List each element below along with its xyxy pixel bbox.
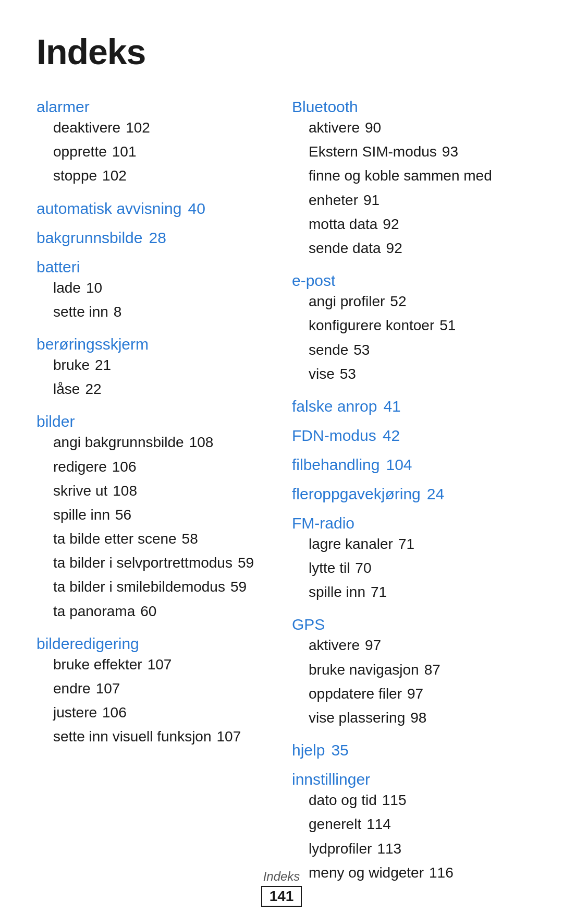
- index-subentry: lade10: [36, 276, 271, 300]
- index-section: hjelp35: [292, 741, 527, 759]
- index-subentry: konfigurere kontoer51: [292, 314, 527, 338]
- index-term[interactable]: e-post: [292, 272, 335, 289]
- index-term[interactable]: batteri: [36, 258, 80, 275]
- index-section: Bluetoothaktivere90Ekstern SIM-modus93fi…: [292, 98, 527, 260]
- index-entry: falske anrop41: [292, 398, 527, 415]
- index-subentry: bruke effekter107: [36, 653, 271, 677]
- subentry-page: 71: [371, 584, 387, 600]
- subentry-page: 106: [102, 704, 127, 721]
- index-entry: e-post: [292, 272, 527, 290]
- index-subentry: sette inn visuell funksjon107: [36, 725, 271, 749]
- subentry-page: 102: [126, 119, 150, 136]
- index-subentry: spille inn56: [36, 503, 271, 527]
- index-subentry: ta panorama60: [36, 599, 271, 623]
- index-term[interactable]: GPS: [292, 616, 325, 633]
- subentry-page: 92: [383, 216, 399, 232]
- index-entry: bakgrunnsbilde28: [36, 229, 271, 247]
- index-subentry: angi profiler52: [292, 290, 527, 314]
- index-section: batterilade10sette inn8: [36, 258, 271, 324]
- index-entry: bilder: [36, 413, 271, 430]
- index-term-page: 35: [331, 741, 348, 759]
- index-subentry: motta data92: [292, 212, 527, 236]
- index-section: alarmerdeaktivere102opprette101stoppe102: [36, 98, 271, 188]
- index-subentry: angi bakgrunnsbilde108: [36, 430, 271, 454]
- index-subentry: skrive ut108: [36, 479, 271, 503]
- index-term[interactable]: FDN-modus: [292, 427, 376, 444]
- index-entry: alarmer: [36, 98, 271, 116]
- index-entry: hjelp35: [292, 741, 527, 759]
- index-term[interactable]: hjelp: [292, 741, 325, 759]
- index-term[interactable]: FM-radio: [292, 514, 354, 532]
- subentry-page: 115: [382, 792, 407, 808]
- subentry-page: 70: [355, 560, 371, 576]
- subentry-page: 87: [424, 662, 440, 678]
- index-subentry: ta bilder i selvportrettmodus59: [36, 551, 271, 575]
- footer-page-number: 141: [261, 886, 302, 907]
- index-term[interactable]: berøringsskjerm: [36, 335, 149, 353]
- index-term-page: 40: [188, 200, 205, 217]
- index-term[interactable]: bilder: [36, 413, 75, 430]
- index-subentry: justere106: [36, 701, 271, 725]
- index-term[interactable]: bakgrunnsbilde: [36, 229, 142, 246]
- subentry-page: 8: [114, 304, 122, 320]
- index-entry: fleroppgavekjøring24: [292, 485, 527, 503]
- subentry-page: 53: [353, 342, 370, 358]
- index-subentry: bruke21: [36, 353, 271, 377]
- index-entry: GPS: [292, 616, 527, 633]
- subentry-page: 107: [148, 656, 172, 673]
- index-subentry: opprette101: [36, 140, 271, 164]
- index-term[interactable]: alarmer: [36, 98, 90, 115]
- subentry-page: 58: [182, 531, 198, 547]
- index-subentry: låse22: [36, 377, 271, 401]
- subentry-page: 97: [407, 686, 423, 702]
- index-subentry: lydprofiler113: [292, 837, 527, 861]
- subentry-page: 106: [112, 459, 137, 475]
- subentry-page: 97: [365, 637, 381, 653]
- index-term[interactable]: Bluetooth: [292, 98, 358, 115]
- index-term[interactable]: innstillinger: [292, 771, 370, 788]
- index-term[interactable]: falske anrop: [292, 398, 377, 415]
- index-entry: Bluetooth: [292, 98, 527, 116]
- subentry-page: 56: [115, 507, 131, 523]
- subentry-page: 98: [410, 710, 426, 726]
- index-section: bilderangi bakgrunnsbilde108redigere106s…: [36, 413, 271, 623]
- index-subentry: vise53: [292, 362, 527, 386]
- index-subentry: sette inn8: [36, 300, 271, 324]
- subentry-page: 59: [230, 579, 247, 595]
- index-section: falske anrop41: [292, 398, 527, 415]
- subentry-page: 22: [85, 381, 101, 397]
- index-subentry: ta bilde etter scene58: [36, 527, 271, 551]
- index-section: innstillingerdato og tid115generelt114ly…: [292, 771, 527, 885]
- subentry-page: 21: [95, 357, 111, 373]
- index-subentry: sende data92: [292, 236, 527, 260]
- subentry-page: 92: [386, 240, 402, 256]
- index-term-page: 104: [386, 456, 412, 473]
- index-term[interactable]: filbehandling: [292, 456, 380, 473]
- index-section: fleroppgavekjøring24: [292, 485, 527, 503]
- subentry-page: 53: [340, 366, 356, 382]
- index-term[interactable]: bilderedigering: [36, 635, 139, 652]
- index-section: bakgrunnsbilde28: [36, 229, 271, 247]
- index-subentry: sende53: [292, 338, 527, 362]
- index-subentry: redigere106: [36, 455, 271, 479]
- index-section: bilderedigeringbruke effekter107endre107…: [36, 635, 271, 749]
- index-subentry: oppdatere filer97: [292, 682, 527, 706]
- index-subentry: bruke navigasjon87: [292, 658, 527, 682]
- index-term-page: 24: [427, 485, 444, 502]
- index-term-page: 42: [383, 427, 400, 444]
- index-term[interactable]: fleroppgavekjøring: [292, 485, 421, 502]
- index-section: berøringsskjermbruke21låse22: [36, 335, 271, 401]
- index-section: GPSaktivere97bruke navigasjon87oppdatere…: [292, 616, 527, 730]
- index-subentry: stoppe102: [36, 164, 271, 188]
- index-subentry: endre107: [36, 677, 271, 701]
- subentry-page: 90: [365, 119, 381, 136]
- subentry-page: 10: [86, 280, 102, 296]
- subentry-page: 51: [439, 317, 456, 333]
- index-term[interactable]: automatisk avvisning: [36, 200, 181, 217]
- subentry-page: 107: [96, 680, 120, 697]
- index-subentry: lagre kanaler71: [292, 532, 527, 556]
- subentry-page: 108: [113, 483, 137, 499]
- index-subentry: ta bilder i smilebildemodus59: [36, 575, 271, 599]
- column-0: alarmerdeaktivere102opprette101stoppe102…: [36, 98, 292, 761]
- index-section: filbehandling104: [292, 456, 527, 474]
